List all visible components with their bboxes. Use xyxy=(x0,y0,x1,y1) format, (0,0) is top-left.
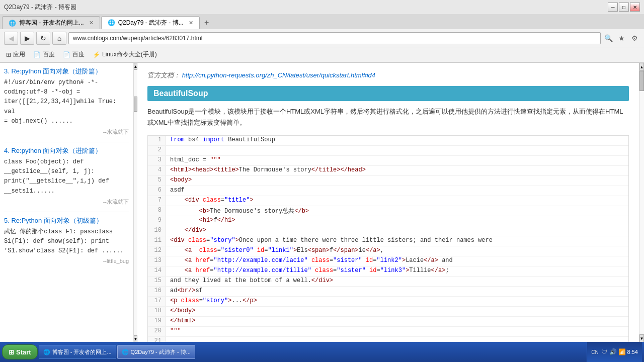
line-code-20: """ xyxy=(166,327,628,336)
bookmark-linux-label: Linux命令大全(手册) xyxy=(102,50,157,59)
tray-clock: 8:54 xyxy=(627,348,638,355)
code-line-15: 15 and they lived at the bottom of a wel… xyxy=(148,277,628,287)
line-num-4: 4 xyxy=(148,166,166,175)
title-bar-left: Q2Day79 - 武沛齐 - 博客园 xyxy=(4,3,76,12)
tab-1[interactable]: 🌐 博客园 - 开发者的网上... ✕ xyxy=(2,16,100,29)
code-line-17: 17 <p class="story">...</p> xyxy=(148,297,628,307)
taskbar-item-2[interactable]: 🌐 Q2Day79 - 武沛齐 - 博... xyxy=(117,345,195,359)
line-code-9: <h1>f</h1> xyxy=(166,216,628,226)
tray-icon-1[interactable]: CN xyxy=(591,348,599,356)
maximize-button[interactable]: □ xyxy=(619,3,629,12)
main-scroll-down[interactable]: ▼ xyxy=(639,334,644,342)
tab-2-close[interactable]: ✕ xyxy=(189,20,193,26)
address-input[interactable] xyxy=(68,32,601,44)
tab-1-close[interactable]: ✕ xyxy=(89,20,94,26)
code-line-2: 2 xyxy=(148,146,628,156)
bookmarks-bar: ⊞ 应用 📄 百度 📄 百度 ⚡ Linux命令大全(手册) xyxy=(0,47,644,62)
line-num-5: 5 xyxy=(148,176,166,186)
line-num-6: 6 xyxy=(148,186,166,196)
tab-2-icon: 🌐 xyxy=(108,19,115,26)
tray-icon-security[interactable]: 🛡 xyxy=(600,348,608,356)
sidebar-scrollbar[interactable]: ▲ ▼ xyxy=(133,63,137,342)
code-line-4: 4 <html><head><title>The Dormouse's stor… xyxy=(148,166,628,176)
sidebar-item-4: 4. Re:python 面向对象（进阶篇） class Foo(object)… xyxy=(4,146,129,206)
address-bar: ◀ ▶ ↻ ⌂ 🔍 ★ ⚙ xyxy=(0,29,644,47)
line-num-11: 11 xyxy=(148,236,166,246)
tab-2[interactable]: 🌐 Q2Day79 - 武沛齐 - 博... ✕ xyxy=(101,16,200,29)
sidebar-code-3-line1: #!/usr/bin/env python# -*- xyxy=(4,78,129,87)
new-tab-button[interactable]: + xyxy=(200,16,214,29)
line-num-7: 7 xyxy=(148,196,166,206)
code-line-9: 9 <h1>f</h1> xyxy=(148,216,628,226)
forward-button[interactable]: ▶ xyxy=(20,32,34,45)
tab-1-icon: 🌐 xyxy=(9,20,16,27)
code-block: 1 from bs4 import BeautifulSoup 2 3 html… xyxy=(147,135,629,342)
description: BeautifulSoup是一个模块，该模块用于接收一个HTML或XML字符串，… xyxy=(147,106,629,128)
apps-icon: ⊞ xyxy=(6,51,11,58)
sidebar-code-4-line3: print("__getslice__",i,j) def xyxy=(4,176,129,186)
main-scroll-thumb[interactable] xyxy=(639,71,644,91)
line-num-15: 15 xyxy=(148,277,166,286)
back-button[interactable]: ◀ xyxy=(4,32,18,45)
line-num-9: 9 xyxy=(148,216,166,226)
line-num-13: 13 xyxy=(148,256,166,266)
sidebar-code-3: #!/usr/bin/env python# -*- coding:utf-8 … xyxy=(4,78,129,126)
scroll-up-btn[interactable]: ▲ xyxy=(134,63,137,70)
search-icon[interactable]: 🔍 xyxy=(603,33,614,44)
taskbar-item-2-icon: 🌐 xyxy=(122,349,129,355)
official-doc: 官方文档： http://cn.python-requests.org/zh_C… xyxy=(147,71,629,80)
sidebar-code-3-line2: coding:utf-8 -*-obj = xyxy=(4,87,129,97)
bookmark-linux[interactable]: ⚡ Linux命令大全(手册) xyxy=(91,49,159,60)
scroll-thumb[interactable] xyxy=(134,97,137,112)
minimize-button[interactable]: ─ xyxy=(608,3,618,12)
main-content: 官方文档： http://cn.python-requests.org/zh_C… xyxy=(137,63,639,342)
sidebar-link-4[interactable]: 4. Re:python 面向对象（进阶篇） xyxy=(4,146,129,155)
code-line-19: 19 </html> xyxy=(148,317,628,327)
scroll-down-btn[interactable]: ▼ xyxy=(134,335,137,342)
official-doc-link[interactable]: http://cn.python-requests.org/zh_CN/late… xyxy=(182,71,375,79)
tray-icon-volume[interactable]: 🔊 xyxy=(609,348,617,356)
browser-chrome: Q2Day79 - 武沛齐 - 博客园 ─ □ ✕ 🌐 博客园 - 开发者的网上… xyxy=(0,0,644,63)
favorites-icon[interactable]: ★ xyxy=(616,33,627,44)
main-scrollbar[interactable]: ▲ ▼ xyxy=(639,63,644,342)
refresh-button[interactable]: ↻ xyxy=(36,32,50,45)
sidebar-item-5: 5. Re:Python 面向对象（初级篇） 武忆 你的那个class F1: … xyxy=(4,216,129,264)
taskbar-item-1[interactable]: 🌐 博客园 - 开发者的网上... xyxy=(39,345,116,359)
line-num-3: 3 xyxy=(148,156,166,165)
code-line-3: 3 html_doc = """ xyxy=(148,156,628,166)
line-code-19: </html> xyxy=(166,317,628,326)
sidebar-link-5[interactable]: 5. Re:Python 面向对象（初级篇） xyxy=(4,216,129,225)
start-label: Start xyxy=(16,348,31,356)
linux-icon: ⚡ xyxy=(93,51,100,58)
bookmark-baidu1[interactable]: 📄 百度 xyxy=(31,49,57,60)
line-code-15: and they lived at the bottom of a well.<… xyxy=(166,277,628,286)
taskbar-item-1-label: 博客园 - 开发者的网上... xyxy=(52,348,112,356)
sidebar-code-5: 武忆 你的那个class F1: passclass S1(F1): def s… xyxy=(4,227,129,256)
taskbar-tray: CN 🛡 🔊 📶 8:54 xyxy=(587,342,642,362)
code-line-10: 10 </div> xyxy=(148,226,628,236)
code-line-14: 14 <a href="http://example.com/tillie" c… xyxy=(148,266,628,277)
code-line-20: 20 """ xyxy=(148,327,628,337)
home-button[interactable]: ⌂ xyxy=(52,32,66,45)
bookmark-apps[interactable]: ⊞ 应用 xyxy=(4,49,27,60)
start-button[interactable]: ⊞ Start xyxy=(2,344,38,359)
sidebar-code-4-line4: __setsli...... xyxy=(4,187,129,196)
main-scroll-up[interactable]: ▲ xyxy=(639,63,644,71)
content-area: 3. Re:python 面向对象（进阶篇） #!/usr/bin/env py… xyxy=(0,63,644,342)
line-num-8: 8 xyxy=(148,206,166,216)
sidebar-code-3-line3: iter([[21,22,33,44]]while True: val xyxy=(4,97,129,116)
sidebar-link-3[interactable]: 3. Re:python 面向对象（进阶篇） xyxy=(4,67,129,76)
line-code-11: <div class="story">Once upon a time ther… xyxy=(166,236,628,246)
tray-icon-network[interactable]: 📶 xyxy=(618,348,626,356)
code-line-7: 7 <div class="title"> xyxy=(148,196,628,206)
line-code-2 xyxy=(166,146,628,155)
close-button[interactable]: ✕ xyxy=(630,3,640,12)
settings-icon[interactable]: ⚙ xyxy=(629,33,640,44)
divider-3-4 xyxy=(4,142,129,142)
bookmark-apps-label: 应用 xyxy=(13,50,25,59)
line-num-12: 12 xyxy=(148,246,166,256)
line-code-14: <a href="http://example.com/tillie" clas… xyxy=(166,266,628,276)
line-code-1: from bs4 import BeautifulSoup xyxy=(166,136,628,145)
bookmark-baidu2[interactable]: 📄 百度 xyxy=(61,49,87,60)
line-code-6: asdf xyxy=(166,186,628,196)
